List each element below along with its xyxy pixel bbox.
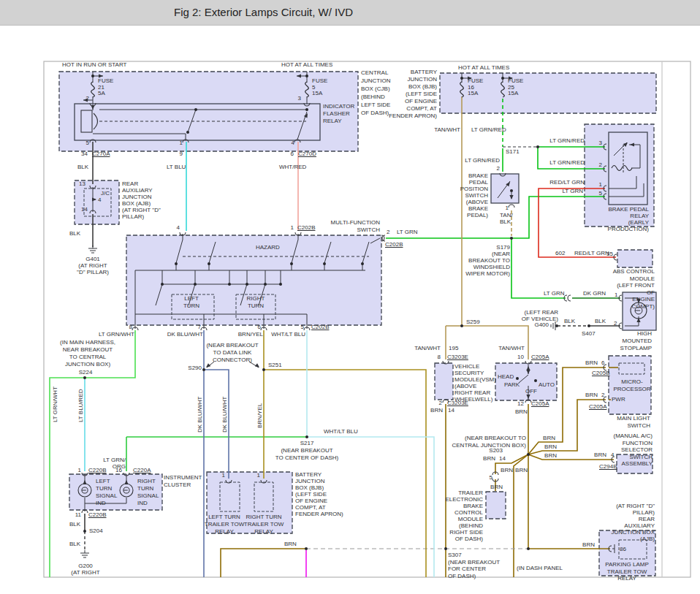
splice-dot	[194, 108, 197, 111]
diagram-label: 195	[449, 346, 458, 352]
diagram-label: LT GRN/RED	[471, 127, 506, 134]
diagram-label: BRN	[515, 409, 528, 416]
diagram-label: S290	[188, 365, 202, 372]
splice-dot	[279, 283, 282, 286]
diagram-label: LT GRN/WHT	[53, 387, 59, 422]
diagram-label: 4	[98, 197, 101, 204]
diagram-label: INDICATOR FLASHER RELAY	[323, 103, 354, 125]
diagram-label: 6	[601, 360, 604, 367]
diagram-label: MULTI-FUNCTION SWITCH	[331, 219, 380, 234]
diagram-label: S203	[489, 448, 503, 454]
diagram-label: 3	[599, 140, 602, 147]
diagram-label: 2	[439, 400, 442, 407]
diagram-label: VEHICLE SECURITY MODULE(VSM) (ABOVE RIGH…	[454, 363, 496, 403]
diagram-label: TAN/WHT	[414, 346, 441, 352]
diagram-label: J/C	[101, 191, 110, 197]
diagram-label: FUSE 25 15A	[508, 78, 523, 97]
diagram-label: RIGHT TURN TRAILER TOW RELAY	[244, 514, 284, 536]
diagram-label: C3203E	[447, 354, 468, 361]
diagram-label: BRN	[430, 408, 443, 414]
diagram-label: HIGH MOUNTED STOPLAMP	[620, 330, 652, 352]
diagram-label: BRN	[585, 392, 598, 399]
splice-dot	[510, 237, 513, 240]
diagram-label: WHT/RED	[279, 164, 306, 171]
diagram-label: DK BLU/WHT	[197, 397, 204, 433]
diagram-label: 1	[506, 205, 509, 212]
diagram-label: C3203E	[447, 400, 468, 407]
diagram-label: 7	[198, 324, 201, 331]
component-box	[619, 363, 644, 374]
splice-dot	[161, 283, 164, 286]
diagram-label: LT GRN	[544, 291, 565, 297]
component-box	[609, 132, 647, 205]
diagram-label: DK BLU/WHT	[167, 332, 203, 338]
splice-dot	[361, 262, 364, 265]
diagram-label: BLK	[77, 164, 88, 171]
diagram-label: 9	[180, 151, 183, 158]
diagram-label: DK BLU/WHT	[222, 397, 229, 433]
diagram-label: 2	[599, 162, 602, 169]
diagram-label: (IN MAIN HARNESS, NEAR BREAKOUT TO CENTR…	[60, 339, 115, 368]
diagram-label: (AT RIGHT "D" PILLAR) REAR AUXILIARY JUN…	[609, 503, 655, 542]
diagram-label: C202B	[311, 324, 329, 331]
diagram-label: 8	[438, 354, 441, 361]
diagram-label: BRN	[490, 484, 503, 491]
diagram-label: 1	[180, 140, 183, 147]
diagram-label: 4	[611, 452, 614, 459]
diagram-label: S217 (NEAR BREAKOUT TO CENTER OF DASH)	[275, 440, 339, 462]
splice-dot	[323, 262, 326, 265]
diagram-label: 2	[614, 321, 617, 327]
diagram-label: 1	[222, 473, 225, 479]
diagram-label: C202B	[385, 242, 403, 248]
diagram-label: 1	[599, 182, 602, 189]
diagram-label: LT GRN/RED	[549, 138, 585, 145]
diagram-label: 16	[115, 468, 122, 474]
diagram-label: OFF	[525, 389, 537, 395]
diagram-label: S204	[89, 528, 103, 535]
diagram-label: 4	[292, 140, 294, 147]
diagram-label: 2	[601, 392, 604, 399]
diagram-label: 3	[298, 96, 301, 102]
diagram-label: RED/LT GRN	[549, 180, 585, 186]
diagram-label: 602	[555, 251, 565, 257]
diagram-label: PARKING LAMP TRAILER TOW RELAY	[605, 561, 648, 582]
splice-dot	[501, 77, 504, 80]
diagram-label: MICRO- PROCESSOR	[613, 378, 650, 393]
splice-dot	[444, 547, 447, 550]
diagram-label: LT GRN/WHT	[99, 332, 134, 338]
wire	[221, 549, 306, 577]
diagram-label: G400	[534, 322, 549, 329]
diagram-label: 8	[129, 324, 132, 331]
diagram-label: TAN/ BLK	[500, 212, 513, 225]
diagram-label: BRN/YEL	[238, 332, 263, 338]
diagram-label: 1	[291, 225, 294, 232]
diagram-label: BLK	[69, 541, 80, 548]
diagram-label: WHT/LT BLU	[324, 429, 358, 435]
diagram-label: ABS CONTROL MODULE (LEFT FRONT OF ENGINE…	[609, 268, 655, 310]
diagram-label: (NEAR BREAKOUT TO DATA LINK CONNECTOR)	[206, 342, 258, 364]
diagram-label: 5	[599, 191, 602, 197]
diagram-label: C202B	[297, 225, 315, 232]
diagram-label: LT BLU	[167, 164, 186, 171]
splice-dot	[228, 283, 231, 286]
splice-dot	[516, 377, 519, 380]
diagram-label: DK GRN	[583, 291, 606, 297]
diagram-label: BRN	[544, 444, 557, 451]
splice-dot	[83, 376, 86, 379]
diagram-label: AUTO	[539, 382, 555, 389]
diagram-label: PWR	[612, 397, 625, 403]
diagram-label: LT BLU/RED	[78, 389, 85, 423]
diagram-label: C270D	[298, 151, 316, 158]
diagram-label: C205A	[531, 354, 549, 361]
diagram-label: BRAKE PEDAL RELAY (EARLY PRODUCTION)	[598, 206, 649, 232]
diagram-label: 14	[81, 207, 88, 213]
diagram-label: C205A	[531, 401, 549, 408]
diagram-label: BRN	[543, 435, 555, 442]
diagram-label: LT GRN/RED	[465, 158, 500, 164]
diagram-label: FUSE 16 15A	[468, 78, 483, 97]
arrow-icon	[255, 363, 261, 369]
pin-connector-icon	[509, 205, 514, 207]
diagram-label: C220B	[88, 512, 106, 519]
splice-dot	[527, 547, 530, 550]
diagram-label: C220A	[133, 468, 151, 474]
